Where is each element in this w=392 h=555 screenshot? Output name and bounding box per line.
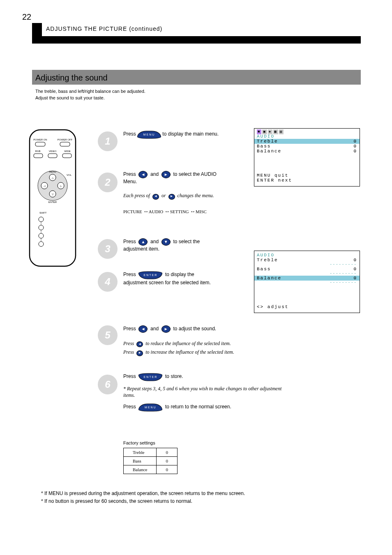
section-subtitle: The treble, bass and left/right balance … bbox=[35, 88, 364, 101]
menu-cycle-b: AUDIO bbox=[149, 209, 163, 214]
page-root: 22 ADJUSTING THE PICTURE (continued) Adj… bbox=[0, 0, 392, 555]
footnote-2: * If no button is pressed for 60 seconds… bbox=[41, 497, 259, 505]
step-5-number: 5 bbox=[105, 329, 110, 341]
menu-button-icon[interactable]: MENU bbox=[138, 404, 162, 412]
label-vol: VOL bbox=[67, 174, 72, 176]
label-video: VIDEO bbox=[49, 150, 57, 152]
osd1-row-bass: Bass0 bbox=[254, 144, 360, 149]
table-row: Balance0 bbox=[124, 465, 178, 474]
step-6-text: Press ENTER to store. * Repeat steps 3, … bbox=[123, 373, 288, 412]
svg-text:▽: ▽ bbox=[52, 193, 54, 196]
left-arrow-icon[interactable]: ◄ bbox=[138, 171, 148, 178]
osd2-bar-1: --------- bbox=[254, 263, 360, 267]
step-3-circle: 3 bbox=[98, 239, 118, 259]
label-power-off: POWER OFF bbox=[58, 138, 73, 141]
enter-button-icon[interactable]: ENTER bbox=[138, 272, 162, 279]
remote-illustration: POWER ON POWER OFF RGB VIDEO WIDE MENU V… bbox=[28, 128, 77, 268]
svg-rect-5 bbox=[62, 154, 71, 158]
left-arrow-icon[interactable]: ◄ bbox=[138, 325, 148, 333]
svg-rect-3 bbox=[34, 154, 43, 158]
step-1-circle: 1 bbox=[98, 131, 118, 151]
subtitle-line-1: The treble, bass and left/right balance … bbox=[35, 89, 145, 94]
menu-cycle-a: PICTURE bbox=[123, 209, 142, 214]
osd-audio-adjust: AUDIO Treble0 --------- Bass0 --------- … bbox=[254, 251, 360, 313]
osd2-bar-3: --------- bbox=[254, 281, 360, 285]
table-row: Bass0 bbox=[124, 457, 178, 465]
svg-point-18 bbox=[39, 242, 44, 246]
page-number: 22 bbox=[22, 12, 31, 22]
down-arrow-icon[interactable]: ▼ bbox=[161, 238, 171, 246]
step-3-number: 3 bbox=[105, 243, 110, 255]
osd2-row-bass: Bass0 bbox=[254, 267, 360, 272]
double-arrow-icon: ↔ bbox=[143, 208, 148, 215]
osd1-row-treble: Treble0 bbox=[254, 139, 360, 144]
step-2-text: Press ◄ and ► to select the AUDIOMenu. E… bbox=[123, 171, 259, 200]
double-arrow-icon: ↔ bbox=[164, 208, 169, 215]
step-5-text: Press ◄ and ► to adjust the sound. Press… bbox=[123, 325, 271, 356]
step-6-note: * Repeat steps 3, 4, 5 and 6 when you wi… bbox=[123, 385, 288, 398]
svg-rect-4 bbox=[48, 154, 57, 158]
label-shift: SHIFT bbox=[39, 212, 47, 214]
step-3-text: Press ▲ and ▼ to select theadjustment it… bbox=[123, 238, 255, 252]
double-arrow-icon: ↔ bbox=[190, 208, 194, 215]
label-menu: MENU bbox=[49, 170, 56, 173]
menu-cycle: PICTURE ↔ AUDIO ↔ SETTING ↔ MISC bbox=[123, 208, 329, 215]
step-1-before: Press bbox=[123, 131, 137, 137]
osd2-title: AUDIO bbox=[254, 251, 360, 258]
factory-table: Treble0 Bass0 Balance0 bbox=[123, 448, 178, 474]
svg-point-17 bbox=[39, 233, 44, 238]
table-row: Treble0 bbox=[124, 448, 178, 457]
step-5-circle: 5 bbox=[98, 325, 118, 345]
osd2-row-balance: Balance0 bbox=[254, 276, 360, 281]
step-1-text: Press MENU to display the main menu. bbox=[123, 131, 219, 139]
svg-point-15 bbox=[39, 217, 44, 222]
factory-settings: Factory settings Treble0 Bass0 Balance0 bbox=[123, 440, 353, 474]
step-4-text: Press ENTER to display theadjustment scr… bbox=[123, 271, 255, 286]
osd-audio-main: ■▣◈▦▤ AUDIO Treble0 Bass0 Balance0 MENU … bbox=[254, 128, 360, 187]
enter-button-icon[interactable]: ENTER bbox=[138, 373, 162, 381]
step-6-number: 6 bbox=[105, 379, 110, 390]
step-2-number: 2 bbox=[105, 177, 110, 188]
osd2-row-treble: Treble0 bbox=[254, 258, 360, 263]
step-5-hint-b: Press ► to increase the influence of the… bbox=[123, 349, 271, 356]
step-2-circle: 2 bbox=[98, 173, 118, 192]
footnotes: * If MENU is pressed during the adjustme… bbox=[41, 490, 259, 505]
svg-text:◁: ◁ bbox=[44, 185, 46, 187]
section-title: Adjusting the sound bbox=[35, 73, 108, 83]
svg-text:▷: ▷ bbox=[60, 185, 62, 187]
osd1-title: AUDIO bbox=[254, 134, 360, 139]
factory-label: Factory settings bbox=[123, 440, 155, 445]
black-bar bbox=[32, 36, 361, 44]
footnote-1: * If MENU is pressed during the adjustme… bbox=[41, 490, 259, 497]
left-arrow-small-icon[interactable]: ◄ bbox=[136, 341, 143, 347]
menu-cycle-d: MISC bbox=[196, 209, 207, 214]
subtitle-line-2: Adjust the sound to suit your taste. bbox=[35, 95, 105, 100]
step-4-number: 4 bbox=[105, 276, 110, 288]
up-arrow-icon[interactable]: ▲ bbox=[138, 238, 148, 246]
right-arrow-small-icon[interactable]: ► bbox=[168, 194, 175, 200]
step-1-number: 1 bbox=[105, 136, 110, 147]
label-power-on: POWER ON bbox=[33, 138, 47, 141]
left-arrow-small-icon[interactable]: ◄ bbox=[152, 194, 159, 200]
osd1-hints: MENU quit ENTER next bbox=[254, 171, 295, 184]
label-rgb: RGB bbox=[35, 150, 40, 152]
svg-text:△: △ bbox=[52, 177, 54, 179]
menu-button-icon[interactable]: MENU bbox=[137, 131, 161, 139]
svg-rect-2 bbox=[60, 142, 70, 146]
page-heading: ADJUSTING THE PICTURE (continued) bbox=[46, 25, 162, 32]
osd2-bar-2: --------- bbox=[254, 272, 360, 276]
step-4-circle: 4 bbox=[98, 272, 118, 292]
osd2-hint: <> adjust bbox=[254, 303, 291, 311]
svg-rect-1 bbox=[35, 142, 45, 146]
label-enter: ENTER bbox=[48, 201, 57, 203]
osd1-row-balance: Balance0 bbox=[254, 149, 360, 154]
step-6-circle: 6 bbox=[98, 375, 118, 394]
label-wide: WIDE bbox=[64, 150, 71, 152]
menu-cycle-c: SETTING bbox=[170, 209, 189, 214]
step-5-hint-a: Press ◄ to reduce the influence of the s… bbox=[123, 340, 271, 347]
right-arrow-icon[interactable]: ► bbox=[161, 171, 171, 178]
step-1-after: to display the main menu. bbox=[162, 131, 219, 137]
right-arrow-small-icon[interactable]: ► bbox=[136, 350, 143, 356]
right-arrow-icon[interactable]: ► bbox=[161, 325, 171, 333]
svg-point-16 bbox=[39, 225, 44, 230]
